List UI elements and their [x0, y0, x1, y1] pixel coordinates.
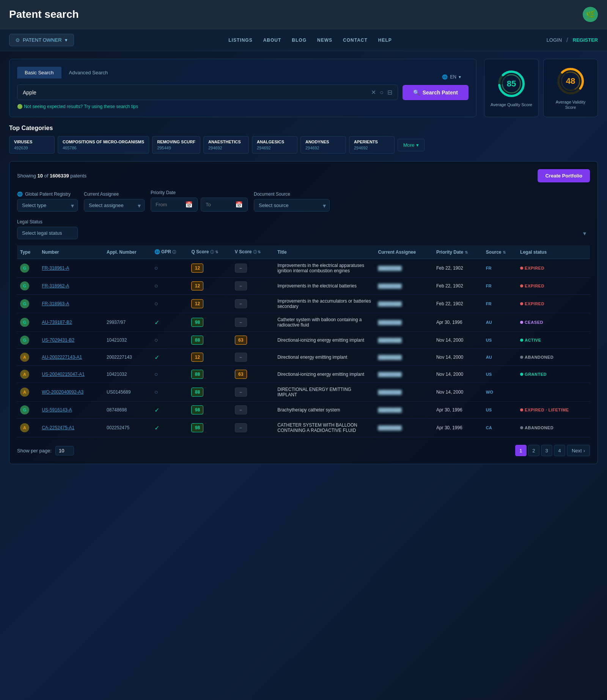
cell-priority-date: Feb 22, 1902: [433, 278, 483, 295]
category-chip-0[interactable]: VIRUSES 492639: [9, 136, 55, 154]
cell-priority-date: Feb 22, 1902: [433, 295, 483, 313]
cell-title: Improvements in the electrical batteries: [274, 278, 375, 295]
q-score-badge: 98: [191, 423, 203, 432]
patent-icon: ⊙: [16, 37, 20, 43]
gpr-circle-icon: ○: [154, 300, 158, 307]
cell-title: Brachytherapy catheter system: [274, 402, 375, 419]
page-btn-1[interactable]: 1: [515, 445, 527, 456]
legal-status-select[interactable]: Select legal status: [17, 227, 78, 239]
cell-source: AU: [483, 313, 517, 332]
source-badge: AU: [486, 355, 492, 359]
cell-type: G: [17, 313, 39, 332]
table-row: AUS-20040215047-A110421032○8863Direction…: [17, 366, 590, 383]
patent-owner-btn[interactable]: ⊙ PATENT OWNER ▾: [9, 34, 74, 46]
v-score-badge: –: [235, 353, 247, 362]
register-btn[interactable]: REGISTER: [573, 37, 598, 43]
gpr-check-icon: ✓: [154, 354, 159, 361]
cell-gpr: ✓: [151, 313, 189, 332]
table-row: GAU-739187-B229937/97✓98–Catheter system…: [17, 313, 590, 332]
page-btn-4[interactable]: 4: [554, 445, 565, 456]
col-gpr: 🌐 GPR ⓘ: [151, 245, 189, 259]
cell-priority-date: Nov 14, 2000: [433, 383, 483, 402]
category-chip-4[interactable]: ANALGESICS 294692: [252, 136, 297, 154]
registry-filter-group: 🌐 Global Patent Registry Select type ▾: [17, 191, 78, 212]
gpr-check-icon: ✓: [154, 425, 159, 431]
cell-gpr: ✓: [151, 419, 189, 437]
category-chip-5[interactable]: ANODYNES 294692: [300, 136, 346, 154]
cell-q-score: 12: [188, 278, 231, 295]
nav-link-news[interactable]: NEWS: [317, 38, 332, 43]
search-tabs: Basic Search Advanced Search: [17, 67, 115, 78]
main-content: Basic Search Advanced Search 🌐 EN ▾ ✕: [0, 51, 607, 700]
nav-link-help[interactable]: HELP: [378, 38, 392, 43]
category-chip-1[interactable]: compositions of MICRO-ORGANISMS 465786: [58, 136, 149, 154]
search-input[interactable]: [23, 89, 371, 96]
patent-number-link[interactable]: WO-2002040092-A3: [42, 389, 83, 395]
search-input-wrap: ✕ ○ ⊟: [17, 85, 398, 100]
clear-icon[interactable]: ✕: [371, 89, 376, 96]
cell-title: DIRECTIONAL ENERGY EMITTING IMPLANT: [274, 383, 375, 402]
categories-row: VIRUSES 492639 compositions of MICRO-ORG…: [9, 136, 598, 154]
page-btn-2[interactable]: 2: [528, 445, 539, 456]
validity-score-value: 48: [566, 76, 575, 86]
nav-link-listings[interactable]: LISTINGS: [228, 38, 252, 43]
tab-advanced-search[interactable]: Advanced Search: [61, 67, 116, 78]
patent-number-link[interactable]: FR-318961-A: [42, 265, 69, 271]
cell-appl-number: 002252475: [104, 419, 151, 437]
lang-selector[interactable]: 🌐 EN ▾: [442, 74, 461, 80]
date-from-input[interactable]: [156, 202, 182, 207]
bookmark-icon[interactable]: ⊟: [387, 89, 392, 96]
q-score-badge: 12: [191, 299, 203, 308]
cell-gpr: ✓: [151, 402, 189, 419]
search-patent-btn[interactable]: 🔍 Search Patent: [403, 85, 469, 100]
col-appl-number: Appl. Number: [104, 245, 151, 259]
cell-title: Directional-ionizing energy emitting imp…: [274, 366, 375, 383]
patent-number-link[interactable]: US-7029431-B2: [42, 337, 74, 343]
patent-number-link[interactable]: AU-739187-B2: [42, 320, 72, 325]
source-select-wrapper: Select source ▾: [254, 199, 330, 212]
patent-number-link[interactable]: AU-2002227143-A1: [42, 355, 82, 360]
circle-icon[interactable]: ○: [380, 89, 384, 96]
create-portfolio-btn[interactable]: Create Portfolio: [538, 169, 590, 182]
category-chip-2[interactable]: removing SCURF 295449: [152, 136, 200, 154]
category-chip-6[interactable]: APERIENTS 294692: [349, 136, 395, 154]
assignee-select[interactable]: Select assignee: [84, 199, 145, 212]
type-select[interactable]: Select type: [17, 199, 78, 212]
cell-type: G: [17, 295, 39, 313]
patent-number-link[interactable]: US-5916143-A: [42, 407, 72, 413]
patent-number-link[interactable]: FR-318962-A: [42, 283, 69, 289]
gpr-circle-icon: ○: [154, 265, 158, 271]
nav-link-blog[interactable]: BLOG: [292, 38, 307, 43]
source-select[interactable]: Select source: [254, 199, 330, 212]
cell-q-score: 12: [188, 349, 231, 366]
page-btn-3[interactable]: 3: [541, 445, 552, 456]
status-dot: [520, 339, 523, 342]
more-categories-btn[interactable]: More ▾: [398, 139, 425, 151]
category-chip-3[interactable]: ANAESTHETICS 294692: [203, 136, 249, 154]
source-badge: WO: [486, 390, 493, 394]
cell-legal-status: GRANTED: [517, 366, 590, 383]
cell-appl-number: [104, 278, 151, 295]
source-badge: US: [486, 372, 492, 377]
cell-gpr: ○: [151, 295, 189, 313]
patent-number-link[interactable]: FR-318963-A: [42, 301, 69, 306]
cell-q-score: 98: [188, 419, 231, 437]
patent-number-link[interactable]: CA-2252475-A1: [42, 425, 74, 430]
legal-status-filter-group: Legal Status Select legal status ▾: [17, 219, 590, 239]
nav-link-about[interactable]: ABOUT: [263, 38, 281, 43]
cell-source: CA: [483, 419, 517, 437]
nav-link-contact[interactable]: CONTACT: [343, 38, 368, 43]
login-btn[interactable]: LOGIN: [547, 37, 562, 43]
col-v-score: V Score ⓘ ⇅: [232, 245, 275, 259]
date-to-input[interactable]: [206, 202, 232, 207]
cell-number: US-7029431-B2: [39, 332, 104, 349]
cell-source: FR: [483, 278, 517, 295]
date-from-wrap: 📅: [151, 198, 198, 212]
next-page-btn[interactable]: Next ›: [567, 445, 590, 456]
patent-number-link[interactable]: US-20040215047-A1: [42, 372, 85, 377]
cell-legal-status: ACTIVE: [517, 332, 590, 349]
quality-score-card: 85 Average Quality Score: [484, 59, 539, 117]
cell-assignee: ████████: [375, 383, 433, 402]
per-page-select[interactable]: 10 25 50: [55, 446, 74, 455]
tab-basic-search[interactable]: Basic Search: [17, 67, 61, 78]
